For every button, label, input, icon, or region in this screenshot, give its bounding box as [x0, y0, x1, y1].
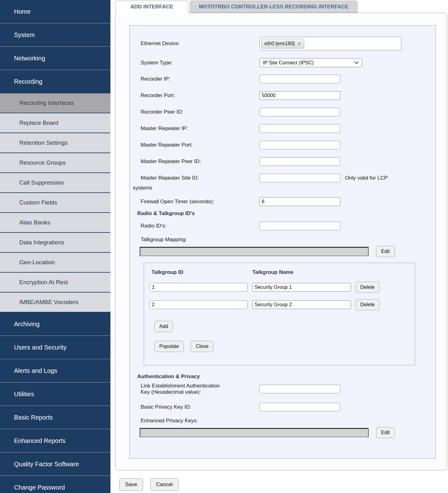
- sidebar-item-label: Home: [14, 8, 30, 15]
- authentication-privacy-section-header: Authentication & Privacy: [137, 373, 436, 380]
- sidebar-item-alias-banks[interactable]: Alias Banks: [0, 213, 110, 233]
- firewall-open-timer-label: Firewall Open Timer (seconds):: [140, 199, 259, 205]
- master-repeater-peer-id-input[interactable]: [259, 157, 340, 166]
- ethernet-device-multiselect[interactable]: eth0 [ens160] ✕: [259, 37, 401, 50]
- sidebar-item-system[interactable]: System: [0, 23, 110, 47]
- talkgroup-mapping-edit-button[interactable]: Edit: [376, 246, 395, 257]
- system-type-label: System Type:: [140, 60, 259, 66]
- interface-form: Ethernet Device: eth0 [ens160] ✕ System …: [129, 25, 436, 459]
- sidebar-item-label: Enhanced Reports: [14, 437, 66, 444]
- enhanced-privacy-keys-edit-button[interactable]: Edit: [376, 427, 395, 438]
- talkgroup-name-column-header: Talkgroup Name: [252, 269, 293, 275]
- sidebar-item-label: Networking: [14, 55, 45, 62]
- talkgroup-mapping-label: Talkgroup Mapping:: [140, 237, 436, 243]
- sidebar-item-encryption-at-rest[interactable]: Encryption At Rest: [0, 273, 110, 293]
- sidebar-item-label: Change Password: [14, 484, 65, 491]
- sidebar-item-replace-board[interactable]: Replace Board: [0, 113, 110, 133]
- sidebar-item-label: Utilities: [14, 391, 34, 398]
- lcp-note-wrap-text: systems: [133, 185, 436, 191]
- sidebar-item-label: Retention Settings: [19, 139, 68, 146]
- sidebar-item-archiving[interactable]: Archiving: [0, 312, 110, 336]
- enhanced-privacy-keys-label: Enhanced Privacy Keys:: [140, 418, 436, 424]
- sidebar-item-networking[interactable]: Networking: [0, 47, 110, 70]
- sidebar-item-retention-settings[interactable]: Retention Settings: [0, 133, 110, 153]
- sidebar-item-geo-location[interactable]: Geo-Location: [0, 253, 110, 273]
- sidebar-item-call-suppression[interactable]: Call Suppression: [0, 173, 110, 193]
- save-button[interactable]: Save: [119, 478, 143, 491]
- sidebar: Home System Networking Recording Recordi…: [0, 0, 110, 493]
- sidebar-item-recording-interfaces[interactable]: Recording Interfaces: [0, 93, 110, 113]
- master-repeater-peer-id-label: Master Repeater Peer ID:: [140, 158, 259, 165]
- delete-talkgroup-button[interactable]: Delete: [355, 299, 380, 310]
- talkgroup-id-input[interactable]: [150, 283, 248, 292]
- recorder-port-label: Recorder Port:: [140, 92, 259, 99]
- master-repeater-port-input[interactable]: [259, 141, 340, 149]
- remove-tag-icon[interactable]: ✕: [297, 41, 301, 46]
- add-talkgroup-button[interactable]: Add: [154, 321, 173, 332]
- sidebar-item-label: Archiving: [14, 321, 40, 328]
- recorder-peer-id-input[interactable]: [259, 108, 340, 116]
- ethernet-device-tag-label: eth0 [ens160]: [264, 41, 295, 46]
- master-repeater-site-id-input[interactable]: [259, 174, 340, 182]
- talkgroup-name-input[interactable]: [252, 300, 351, 309]
- sidebar-item-label: System: [14, 31, 35, 39]
- sidebar-item-label: Recording Interfaces: [19, 100, 74, 106]
- sidebar-item-label: Data Integrations: [19, 239, 64, 246]
- talkgroup-name-input[interactable]: [252, 283, 351, 292]
- talkgroup-id-input[interactable]: [150, 300, 248, 309]
- chevron-down-icon: [354, 61, 359, 64]
- master-repeater-port-label: Master Repeater Port:: [140, 142, 259, 148]
- talkgroup-id-column-header: Talkgroup ID: [150, 269, 252, 275]
- sidebar-item-label: Replace Board: [19, 120, 58, 126]
- recorder-peer-id-label: Recorder Peer ID:: [140, 109, 259, 115]
- tab-add-interface[interactable]: ADD INTERFACE: [115, 1, 188, 13]
- master-repeater-ip-input[interactable]: [259, 124, 340, 133]
- ethernet-device-label: Ethernet Device:: [140, 40, 259, 47]
- basic-privacy-key-id-label: Basic Privacy Key ID:: [140, 404, 259, 410]
- sidebar-item-utilities[interactable]: Utilities: [0, 383, 110, 406]
- sidebar-item-recording[interactable]: Recording: [0, 70, 110, 93]
- radio-ids-label: Radio ID's:: [140, 223, 259, 229]
- sidebar-item-quality-factor-software[interactable]: Quality Factor Software: [0, 453, 110, 476]
- sidebar-item-custom-fields[interactable]: Custom Fields: [0, 193, 110, 213]
- sidebar-item-label: Geo-Location: [19, 259, 55, 266]
- link-establishment-key-label-line1: Link Establishment Authentication: [141, 383, 259, 389]
- sidebar-item-label: Custom Fields: [19, 199, 57, 206]
- sidebar-item-change-password[interactable]: Change Password: [0, 476, 110, 493]
- sidebar-item-home[interactable]: Home: [0, 0, 110, 23]
- talkgroup-mapping-panel: Talkgroup ID Talkgroup Name Delete Delet…: [144, 263, 415, 365]
- sidebar-item-label: Alias Banks: [19, 219, 50, 226]
- basic-privacy-key-id-input[interactable]: [259, 403, 340, 411]
- delete-talkgroup-button[interactable]: Delete: [355, 282, 380, 293]
- sidebar-item-data-integrations[interactable]: Data Integrations: [0, 233, 110, 253]
- lcp-note-text: Only valid for LCP: [345, 175, 388, 181]
- tab-mototrbo-recording-interface[interactable]: MOTOTRBO CONTROLLER-LESS RECORDING INTER…: [190, 1, 357, 13]
- sidebar-item-basic-reports[interactable]: Basic Reports: [0, 406, 110, 429]
- sidebar-item-users-and-security[interactable]: Users and Security: [0, 336, 110, 359]
- close-button[interactable]: Close: [191, 341, 213, 352]
- sidebar-item-label: Basic Reports: [14, 414, 53, 421]
- sidebar-item-label: Quality Factor Software: [14, 461, 79, 468]
- sidebar-item-enhanced-reports[interactable]: Enhanced Reports: [0, 429, 110, 453]
- tab-content-panel: Ethernet Device: eth0 [ens160] ✕ System …: [115, 13, 447, 470]
- enhanced-privacy-keys-disabled-field: [140, 428, 369, 437]
- sidebar-item-alerts-and-logs[interactable]: Alerts and Logs: [0, 359, 110, 383]
- sidebar-item-imbe-ambe-vocoders[interactable]: IMBE/AMBE Vocoders: [0, 293, 110, 312]
- talkgroup-row: Delete: [150, 282, 415, 293]
- cancel-button[interactable]: Cancel: [150, 478, 179, 491]
- form-actions: Save Cancel: [119, 478, 448, 491]
- talkgroup-mapping-disabled-field: [140, 247, 369, 256]
- recorder-port-input[interactable]: [259, 91, 340, 100]
- ethernet-device-tag: eth0 [ens160] ✕: [261, 39, 304, 49]
- recorder-ip-input[interactable]: [259, 75, 340, 83]
- firewall-open-timer-input[interactable]: [259, 197, 340, 206]
- radio-ids-input[interactable]: [259, 222, 340, 230]
- link-establishment-key-input[interactable]: [259, 385, 340, 393]
- sidebar-item-label: Call Suppression: [19, 179, 64, 186]
- radio-talkgroup-section-header: Radio & Talkgroup ID's: [137, 210, 436, 217]
- sidebar-item-label: Alerts and Logs: [14, 367, 57, 374]
- tab-bar: ADD INTERFACE MOTOTRBO CONTROLLER-LESS R…: [110, 1, 448, 13]
- system-type-select[interactable]: IP Site Connect (IPSC): [259, 58, 362, 67]
- populate-button[interactable]: Populate: [154, 341, 184, 352]
- sidebar-item-resource-groups[interactable]: Resource Groups: [0, 153, 110, 173]
